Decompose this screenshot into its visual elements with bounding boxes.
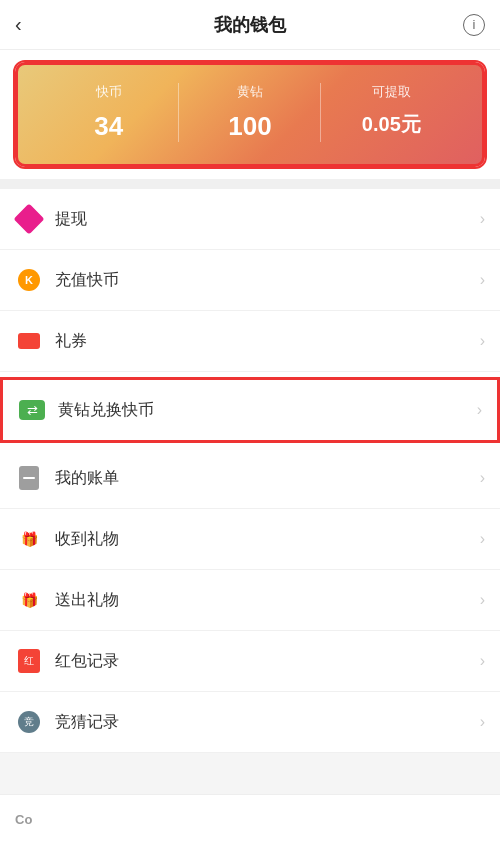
menu-label-recv-gift: 收到礼物	[55, 529, 480, 550]
wallet-card-wrapper: 快币 34 黄钻 100 可提取 0.05元	[0, 50, 500, 179]
menu-label-bill: 我的账单	[55, 468, 480, 489]
menu-item-exchange[interactable]: ⇄黄钻兑换快币›	[0, 377, 500, 443]
chevron-right-icon: ›	[480, 271, 485, 289]
wallet-col-kuaibi: 快币 34	[38, 83, 179, 142]
chevron-right-icon: ›	[480, 591, 485, 609]
chevron-right-icon: ›	[480, 652, 485, 670]
info-icon: i	[473, 17, 476, 32]
menu-label-exchange: 黄钻兑换快币	[58, 400, 477, 421]
wallet-col-huangzuan: 黄钻 100	[179, 83, 320, 142]
chevron-right-icon: ›	[477, 401, 482, 419]
coupon-icon	[15, 327, 43, 355]
menu-item-guess[interactable]: 竞竞猜记录›	[0, 692, 500, 753]
redpacket-icon: 红	[15, 647, 43, 675]
chevron-right-icon: ›	[480, 713, 485, 731]
bottom-logo: Co	[15, 812, 32, 827]
chevron-right-icon: ›	[480, 469, 485, 487]
wallet-card: 快币 34 黄钻 100 可提取 0.05元	[15, 62, 485, 167]
menu-label-guess: 竞猜记录	[55, 712, 480, 733]
menu-item-send-gift[interactable]: 🎁送出礼物›	[0, 570, 500, 631]
gift-recv-icon: 🎁	[15, 525, 43, 553]
huangzuan-label: 黄钻	[179, 83, 320, 101]
menu-list: 提现›K充值快币›礼券›⇄黄钻兑换快币›我的账单›🎁收到礼物›🎁送出礼物›红红包…	[0, 189, 500, 753]
diamond-icon	[15, 205, 43, 233]
menu-label-coupon: 礼券	[55, 331, 480, 352]
wallet-cols: 快币 34 黄钻 100 可提取 0.05元	[38, 83, 462, 142]
menu-item-bill[interactable]: 我的账单›	[0, 448, 500, 509]
menu-label-redpacket: 红包记录	[55, 651, 480, 672]
menu-item-recharge[interactable]: K充值快币›	[0, 250, 500, 311]
chevron-right-icon: ›	[480, 210, 485, 228]
menu-item-redpacket[interactable]: 红红包记录›	[0, 631, 500, 692]
menu-label-recharge: 充值快币	[55, 270, 480, 291]
divider-1	[0, 179, 500, 189]
page-title: 我的钱包	[214, 13, 286, 37]
menu-item-withdraw[interactable]: 提现›	[0, 189, 500, 250]
wallet-col-withdraw: 可提取 0.05元	[321, 83, 462, 142]
huangzuan-value: 100	[179, 111, 320, 142]
kuaibi-value: 34	[38, 111, 179, 142]
menu-label-send-gift: 送出礼物	[55, 590, 480, 611]
bill-icon	[15, 464, 43, 492]
chevron-right-icon: ›	[480, 530, 485, 548]
chevron-right-icon: ›	[480, 332, 485, 350]
info-button[interactable]: i	[463, 14, 485, 36]
guess-icon: 竞	[15, 708, 43, 736]
back-button[interactable]: ‹	[15, 13, 22, 36]
kuaibi-label: 快币	[38, 83, 179, 101]
withdrawable-label: 可提取	[321, 83, 462, 101]
menu-item-coupon[interactable]: 礼券›	[0, 311, 500, 372]
coin-icon: K	[15, 266, 43, 294]
withdrawable-value: 0.05元	[321, 111, 462, 138]
exchange-icon: ⇄	[18, 396, 46, 424]
gift-send-icon: 🎁	[15, 586, 43, 614]
menu-label-withdraw: 提现	[55, 209, 480, 230]
bottom-bar: Co	[0, 794, 500, 844]
menu-item-recv-gift[interactable]: 🎁收到礼物›	[0, 509, 500, 570]
header: ‹ 我的钱包 i	[0, 0, 500, 50]
